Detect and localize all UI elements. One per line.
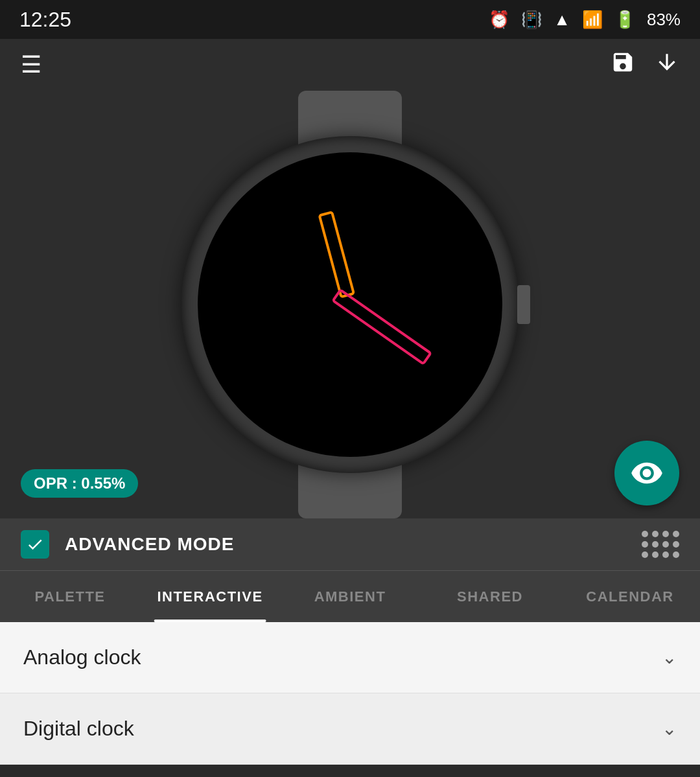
signal-icon: 📶: [582, 10, 603, 30]
battery-icon: 🔋: [614, 10, 635, 30]
digital-clock-label: Digital clock: [23, 717, 134, 741]
opr-badge: OPR : 0.55%: [21, 469, 138, 498]
tab-interactive-underline: [154, 620, 266, 622]
svg-rect-1: [333, 290, 431, 364]
watch-face: [198, 152, 502, 457]
alarm-icon: ⏰: [489, 10, 509, 30]
tabs-row: PALETTE INTERACTIVE AMBIENT SHARED CALEN…: [0, 570, 700, 622]
vibrate-icon: 📳: [521, 10, 542, 30]
digital-clock-chevron-icon: ⌄: [662, 718, 677, 739]
grid-dots-icon[interactable]: [642, 531, 679, 558]
tab-ambient[interactable]: AMBIENT: [280, 571, 420, 622]
status-bar: 12:25 ⏰ 📳 ▲ 📶 🔋 83%: [0, 0, 700, 39]
tab-palette-label: PALETTE: [34, 588, 105, 605]
watch-case: [181, 136, 519, 473]
analog-clock-label: Analog clock: [23, 645, 141, 669]
tab-palette[interactable]: PALETTE: [0, 571, 140, 622]
tab-interactive-label: INTERACTIVE: [157, 588, 262, 605]
advanced-mode-label: ADVANCED MODE: [65, 534, 626, 555]
tab-ambient-label: AMBIENT: [314, 588, 386, 605]
content-area: Analog clock ⌄ Digital clock ⌄: [0, 622, 700, 765]
menu-button[interactable]: ☰: [21, 51, 41, 78]
svg-rect-0: [320, 212, 354, 297]
toolbar-right: [611, 50, 679, 80]
tab-shared[interactable]: SHARED: [420, 571, 560, 622]
watch-connect-button[interactable]: [655, 50, 679, 80]
tab-calendar[interactable]: CALENDAR: [560, 571, 700, 622]
status-icons: ⏰ 📳 ▲ 📶 🔋 83%: [489, 10, 681, 30]
advanced-mode-checkbox[interactable]: [21, 530, 49, 559]
watch-crown: [517, 285, 530, 324]
analog-clock-chevron-icon: ⌄: [662, 647, 677, 668]
toolbar: ☰: [0, 39, 700, 91]
watch-area: OPR : 0.55%: [0, 91, 700, 518]
eye-fab-button[interactable]: [614, 441, 679, 505]
accordion-analog-clock[interactable]: Analog clock ⌄: [0, 622, 700, 693]
tab-interactive[interactable]: INTERACTIVE: [140, 571, 280, 622]
advanced-mode-row: ADVANCED MODE: [0, 518, 700, 570]
clock-face-svg: [198, 152, 502, 457]
tab-shared-label: SHARED: [457, 588, 523, 605]
accordion-digital-clock[interactable]: Digital clock ⌄: [0, 693, 700, 765]
status-time: 12:25: [19, 8, 71, 32]
battery-text: 83%: [647, 10, 681, 30]
tab-calendar-label: CALENDAR: [586, 588, 673, 605]
save-button[interactable]: [611, 50, 635, 80]
wifi-icon: ▲: [554, 10, 570, 30]
